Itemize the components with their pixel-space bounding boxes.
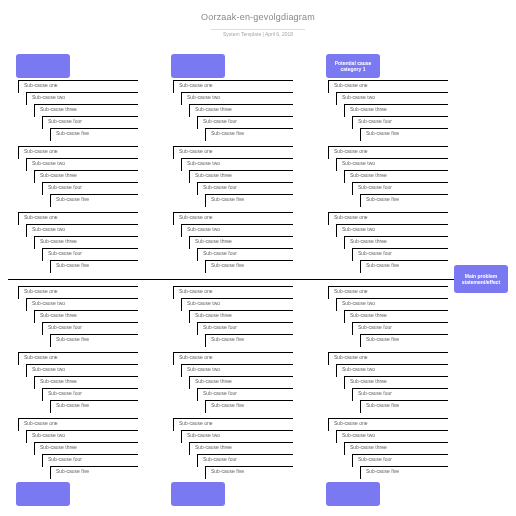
subcause-row[interactable]: Sub-cause one bbox=[173, 146, 293, 158]
subcause-row[interactable]: Sub-cause four bbox=[42, 182, 138, 194]
subcause-row[interactable]: Sub-cause three bbox=[34, 104, 138, 116]
category-box-bottom-3[interactable] bbox=[326, 482, 380, 506]
subcause-row[interactable]: Sub-cause one bbox=[328, 418, 448, 430]
subcause-row[interactable]: Sub-cause one bbox=[328, 352, 448, 364]
category-box-top-1[interactable] bbox=[16, 54, 70, 78]
subcause-row[interactable]: Sub-cause two bbox=[26, 92, 138, 104]
subcause-row[interactable]: Sub-cause three bbox=[189, 442, 293, 454]
subcause-row[interactable]: Sub-cause three bbox=[189, 310, 293, 322]
subcause-row[interactable]: Sub-cause two bbox=[181, 158, 293, 170]
subcause-row[interactable]: Sub-cause five bbox=[50, 194, 138, 206]
subcause-row[interactable]: Sub-cause one bbox=[18, 352, 138, 364]
subcause-row[interactable]: Sub-cause three bbox=[344, 170, 448, 182]
subcause-label: Sub-cause five bbox=[56, 468, 89, 474]
subcause-row[interactable]: Sub-cause four bbox=[42, 116, 138, 128]
category-box-top-2[interactable] bbox=[171, 54, 225, 78]
subcause-row[interactable]: Sub-cause two bbox=[181, 430, 293, 442]
subcause-row[interactable]: Sub-cause five bbox=[50, 400, 138, 412]
subcause-row[interactable]: Sub-cause three bbox=[34, 236, 138, 248]
subcause-row[interactable]: Sub-cause two bbox=[181, 298, 293, 310]
subcause-row[interactable]: Sub-cause three bbox=[34, 170, 138, 182]
subcause-row[interactable]: Sub-cause four bbox=[352, 454, 448, 466]
subcause-row[interactable]: Sub-cause one bbox=[18, 286, 138, 298]
subcause-row[interactable]: Sub-cause one bbox=[173, 352, 293, 364]
subcause-row[interactable]: Sub-cause four bbox=[197, 454, 293, 466]
subcause-row[interactable]: Sub-cause four bbox=[352, 182, 448, 194]
subcause-row[interactable]: Sub-cause five bbox=[50, 260, 138, 272]
subcause-row[interactable]: Sub-cause two bbox=[336, 224, 448, 236]
subcause-row[interactable]: Sub-cause five bbox=[360, 260, 448, 272]
subcause-row[interactable]: Sub-cause two bbox=[26, 430, 138, 442]
subcause-row[interactable]: Sub-cause three bbox=[189, 236, 293, 248]
subcause-row[interactable]: Sub-cause five bbox=[360, 466, 448, 478]
subcause-row[interactable]: Sub-cause three bbox=[189, 376, 293, 388]
subcause-row[interactable]: Sub-cause five bbox=[50, 334, 138, 346]
subcause-row[interactable]: Sub-cause four bbox=[197, 248, 293, 260]
subcause-row[interactable]: Sub-cause three bbox=[189, 170, 293, 182]
subcause-row[interactable]: Sub-cause two bbox=[181, 92, 293, 104]
subcause-row[interactable]: Sub-cause one bbox=[18, 212, 138, 224]
subcause-row[interactable]: Sub-cause three bbox=[34, 442, 138, 454]
subcause-row[interactable]: Sub-cause four bbox=[352, 248, 448, 260]
subcause-row[interactable]: Sub-cause five bbox=[205, 400, 293, 412]
subcause-row[interactable]: Sub-cause three bbox=[344, 442, 448, 454]
subcause-row[interactable]: Sub-cause four bbox=[42, 248, 138, 260]
subcause-row[interactable]: Sub-cause two bbox=[336, 92, 448, 104]
category-box-bottom-1[interactable] bbox=[16, 482, 70, 506]
subcause-row[interactable]: Sub-cause four bbox=[197, 116, 293, 128]
subcause-label: Sub-cause four bbox=[203, 184, 237, 190]
subcause-row[interactable]: Sub-cause five bbox=[205, 466, 293, 478]
subcause-row[interactable]: Sub-cause four bbox=[197, 388, 293, 400]
subcause-row[interactable]: Sub-cause four bbox=[42, 454, 138, 466]
subcause-row[interactable]: Sub-cause five bbox=[360, 194, 448, 206]
subcause-row[interactable]: Sub-cause five bbox=[360, 334, 448, 346]
subcause-row[interactable]: Sub-cause four bbox=[352, 322, 448, 334]
subcause-row[interactable]: Sub-cause five bbox=[360, 128, 448, 140]
subcause-row[interactable]: Sub-cause four bbox=[197, 182, 293, 194]
subcause-row[interactable]: Sub-cause two bbox=[336, 430, 448, 442]
subcause-row[interactable]: Sub-cause four bbox=[42, 322, 138, 334]
subcause-row[interactable]: Sub-cause two bbox=[26, 364, 138, 376]
subcause-row[interactable]: Sub-cause one bbox=[18, 146, 138, 158]
subcause-row[interactable]: Sub-cause one bbox=[18, 80, 138, 92]
subcause-row[interactable]: Sub-cause five bbox=[205, 334, 293, 346]
subcause-row[interactable]: Sub-cause five bbox=[205, 128, 293, 140]
subcause-row[interactable]: Sub-cause two bbox=[336, 364, 448, 376]
subcause-row[interactable]: Sub-cause one bbox=[328, 80, 448, 92]
subcause-row[interactable]: Sub-cause two bbox=[336, 158, 448, 170]
subcause-row[interactable]: Sub-cause five bbox=[205, 194, 293, 206]
subcause-row[interactable]: Sub-cause two bbox=[336, 298, 448, 310]
subcause-row[interactable]: Sub-cause one bbox=[173, 212, 293, 224]
subcause-label: Sub-cause one bbox=[24, 288, 58, 294]
subcause-row[interactable]: Sub-cause three bbox=[34, 310, 138, 322]
subcause-row[interactable]: Sub-cause four bbox=[352, 388, 448, 400]
subcause-row[interactable]: Sub-cause three bbox=[344, 310, 448, 322]
subcause-row[interactable]: Sub-cause three bbox=[34, 376, 138, 388]
subcause-row[interactable]: Sub-cause five bbox=[205, 260, 293, 272]
subcause-row[interactable]: Sub-cause one bbox=[173, 286, 293, 298]
subcause-row[interactable]: Sub-cause four bbox=[197, 322, 293, 334]
subcause-row[interactable]: Sub-cause one bbox=[328, 146, 448, 158]
subcause-row[interactable]: Sub-cause one bbox=[18, 418, 138, 430]
subcause-row[interactable]: Sub-cause two bbox=[26, 224, 138, 236]
subcause-row[interactable]: Sub-cause one bbox=[328, 286, 448, 298]
subcause-label: Sub-cause four bbox=[203, 324, 237, 330]
subcause-row[interactable]: Sub-cause two bbox=[181, 364, 293, 376]
subcause-row[interactable]: Sub-cause one bbox=[173, 418, 293, 430]
subcause-row[interactable]: Sub-cause three bbox=[344, 104, 448, 116]
category-box-bottom-2[interactable] bbox=[171, 482, 225, 506]
category-box-top-3[interactable]: Potential cause category 1 bbox=[326, 54, 380, 78]
subcause-row[interactable]: Sub-cause five bbox=[50, 128, 138, 140]
subcause-row[interactable]: Sub-cause one bbox=[173, 80, 293, 92]
subcause-row[interactable]: Sub-cause five bbox=[360, 400, 448, 412]
subcause-row[interactable]: Sub-cause three bbox=[344, 236, 448, 248]
subcause-row[interactable]: Sub-cause five bbox=[50, 466, 138, 478]
subcause-row[interactable]: Sub-cause two bbox=[26, 298, 138, 310]
subcause-row[interactable]: Sub-cause four bbox=[42, 388, 138, 400]
subcause-row[interactable]: Sub-cause three bbox=[344, 376, 448, 388]
subcause-row[interactable]: Sub-cause three bbox=[189, 104, 293, 116]
subcause-row[interactable]: Sub-cause two bbox=[181, 224, 293, 236]
subcause-row[interactable]: Sub-cause two bbox=[26, 158, 138, 170]
subcause-row[interactable]: Sub-cause four bbox=[352, 116, 448, 128]
subcause-row[interactable]: Sub-cause one bbox=[328, 212, 448, 224]
